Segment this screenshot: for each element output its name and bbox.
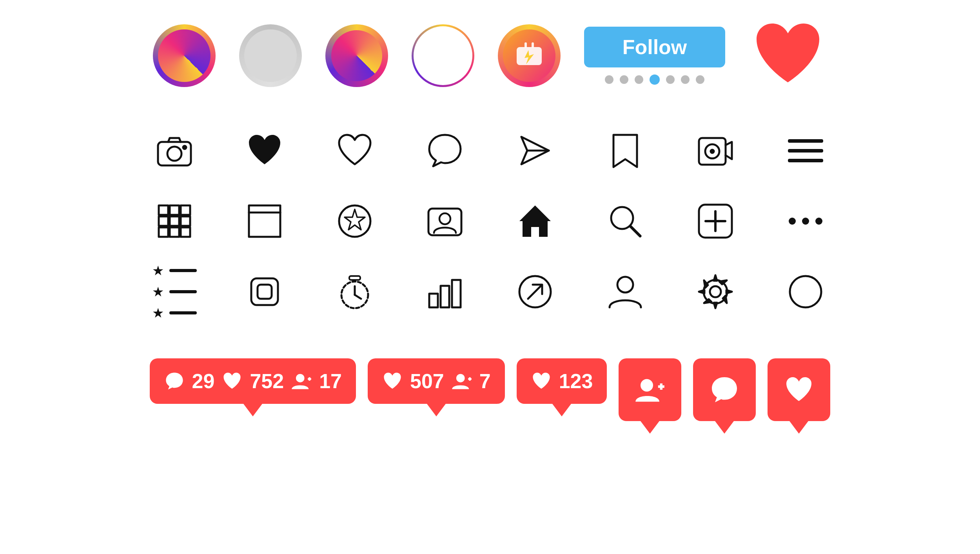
- like-count: 752: [250, 369, 284, 393]
- like-notif-icon: [221, 371, 243, 392]
- icon-row-1: [143, 119, 837, 182]
- svg-point-9: [711, 150, 714, 153]
- screenshot-icon: [233, 260, 296, 323]
- svg-point-4: [167, 147, 181, 161]
- dot-3: [635, 75, 643, 84]
- svg-point-5: [183, 146, 186, 149]
- svg-rect-37: [452, 280, 461, 307]
- svg-rect-13: [159, 216, 168, 226]
- dot-4-active: [650, 74, 660, 85]
- notif-badge-2-wrap: 507 7: [368, 358, 505, 416]
- send-icon: [504, 119, 566, 182]
- single-like-icon: [783, 374, 815, 405]
- svg-rect-29: [251, 278, 278, 305]
- notif-single-comment-wrap: [693, 358, 756, 434]
- like-count-3: 123: [559, 369, 593, 393]
- notif-badge-3-wrap: 123: [517, 358, 607, 416]
- dot-7: [696, 75, 704, 84]
- notif-single-comment: [693, 358, 756, 421]
- notif-single-follower-wrap: [619, 358, 681, 434]
- svg-point-43: [790, 276, 821, 307]
- story-circle-3[interactable]: [325, 24, 388, 87]
- svg-rect-16: [159, 227, 168, 237]
- follower-count-2: 7: [479, 369, 491, 393]
- dot-6: [681, 75, 690, 84]
- svg-point-47: [456, 374, 465, 383]
- star-circle-icon: [323, 190, 386, 252]
- star-list-icon: ★ ★ ★: [143, 260, 206, 323]
- camera-icon: [143, 119, 206, 182]
- svg-rect-30: [258, 285, 272, 299]
- notif-single-follower: [619, 358, 681, 421]
- like-notif-icon-2: [382, 371, 403, 392]
- big-heart-icon: [749, 16, 827, 94]
- svg-rect-12: [181, 205, 190, 215]
- follow-button[interactable]: Follow: [584, 27, 725, 67]
- story-circle-2[interactable]: [239, 24, 302, 87]
- dot-5: [666, 75, 675, 84]
- icon-section: ★ ★ ★: [143, 119, 837, 323]
- svg-line-39: [528, 285, 541, 299]
- icon-row-2: [143, 190, 837, 252]
- svg-line-33: [355, 295, 361, 299]
- notif-badge-1-wrap: 29 752 17: [150, 358, 356, 416]
- story-circle-1[interactable]: [153, 24, 216, 87]
- svg-rect-14: [170, 216, 179, 226]
- notif-badge-3: 123: [517, 358, 607, 404]
- svg-line-25: [630, 226, 640, 236]
- search-icon: [594, 190, 657, 252]
- bookmark-icon: [594, 119, 657, 182]
- svg-rect-1: [524, 42, 527, 48]
- plus-square-icon: [684, 190, 747, 252]
- svg-rect-17: [170, 227, 179, 237]
- person-icon: [594, 260, 657, 323]
- comment-notif-icon: [164, 371, 185, 392]
- icon-row-3: ★ ★ ★: [143, 260, 837, 323]
- big-heart: [749, 16, 827, 96]
- svg-point-40: [617, 277, 633, 292]
- svg-rect-19: [249, 205, 280, 237]
- follow-group: Follow: [584, 27, 725, 85]
- igtv-icon: [514, 40, 545, 71]
- home-icon: [504, 190, 566, 252]
- story-circle-4[interactable]: [412, 24, 474, 87]
- notification-section: 29 752 17 507: [150, 358, 831, 434]
- hamburger-icon: [774, 119, 837, 182]
- reel-icon: [684, 119, 747, 182]
- clock-icon: [323, 260, 386, 323]
- more-icon: [774, 190, 837, 252]
- notif-single-like: [768, 358, 830, 421]
- like-notif-icon-3: [531, 371, 552, 392]
- link-out-icon: [504, 260, 566, 323]
- single-comment-icon: [709, 374, 740, 405]
- heart-outline-icon: [323, 119, 386, 182]
- story-row: Follow: [153, 16, 827, 96]
- person-tag-icon: [414, 190, 476, 252]
- svg-point-50: [641, 379, 653, 392]
- notif-single-like-wrap: [768, 358, 830, 434]
- follower-notif-icon: [291, 371, 312, 392]
- grid-icon: [143, 190, 206, 252]
- svg-rect-36: [441, 286, 449, 307]
- follower-count: 17: [319, 369, 342, 393]
- like-count-2: 507: [410, 369, 444, 393]
- circle-icon: [774, 260, 837, 323]
- comment-count: 29: [192, 369, 215, 393]
- svg-rect-34: [349, 276, 360, 280]
- svg-rect-2: [532, 42, 534, 48]
- svg-point-41: [710, 286, 721, 297]
- single-follower-icon: [634, 374, 666, 405]
- svg-point-23: [439, 213, 450, 224]
- dot-1: [605, 75, 613, 84]
- svg-rect-15: [181, 216, 190, 226]
- follower-notif-icon-2: [451, 371, 472, 392]
- notif-badge-2: 507 7: [368, 358, 505, 404]
- notif-badge-1: 29 752 17: [150, 358, 356, 404]
- gear-icon: [684, 260, 747, 323]
- svg-rect-11: [170, 205, 179, 215]
- bar-chart-icon: [414, 260, 476, 323]
- svg-point-42: [704, 280, 727, 303]
- svg-rect-35: [429, 294, 438, 307]
- svg-point-44: [296, 374, 305, 383]
- igtv-circle[interactable]: [498, 24, 561, 87]
